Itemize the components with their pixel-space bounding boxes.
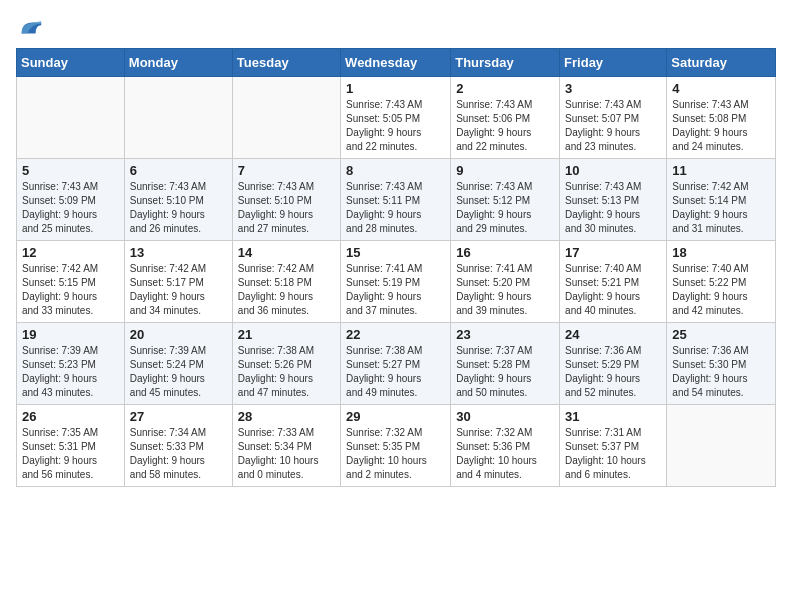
- day-info: Sunrise: 7:43 AM Sunset: 5:06 PM Dayligh…: [456, 98, 554, 154]
- calendar-cell: 17Sunrise: 7:40 AM Sunset: 5:21 PM Dayli…: [560, 241, 667, 323]
- day-header-wednesday: Wednesday: [341, 49, 451, 77]
- calendar-cell: 13Sunrise: 7:42 AM Sunset: 5:17 PM Dayli…: [124, 241, 232, 323]
- day-info: Sunrise: 7:43 AM Sunset: 5:13 PM Dayligh…: [565, 180, 661, 236]
- calendar-cell: 2Sunrise: 7:43 AM Sunset: 5:06 PM Daylig…: [451, 77, 560, 159]
- calendar-cell: [17, 77, 125, 159]
- day-info: Sunrise: 7:42 AM Sunset: 5:18 PM Dayligh…: [238, 262, 335, 318]
- day-info: Sunrise: 7:42 AM Sunset: 5:15 PM Dayligh…: [22, 262, 119, 318]
- calendar-cell: 6Sunrise: 7:43 AM Sunset: 5:10 PM Daylig…: [124, 159, 232, 241]
- day-header-saturday: Saturday: [667, 49, 776, 77]
- day-number: 17: [565, 245, 661, 260]
- day-info: Sunrise: 7:43 AM Sunset: 5:12 PM Dayligh…: [456, 180, 554, 236]
- calendar-cell: [667, 405, 776, 487]
- day-info: Sunrise: 7:40 AM Sunset: 5:22 PM Dayligh…: [672, 262, 770, 318]
- day-info: Sunrise: 7:43 AM Sunset: 5:08 PM Dayligh…: [672, 98, 770, 154]
- page: SundayMondayTuesdayWednesdayThursdayFrid…: [0, 0, 792, 497]
- day-info: Sunrise: 7:38 AM Sunset: 5:26 PM Dayligh…: [238, 344, 335, 400]
- calendar-cell: 27Sunrise: 7:34 AM Sunset: 5:33 PM Dayli…: [124, 405, 232, 487]
- day-number: 18: [672, 245, 770, 260]
- day-header-friday: Friday: [560, 49, 667, 77]
- day-number: 4: [672, 81, 770, 96]
- day-info: Sunrise: 7:32 AM Sunset: 5:36 PM Dayligh…: [456, 426, 554, 482]
- day-number: 1: [346, 81, 445, 96]
- header-row: SundayMondayTuesdayWednesdayThursdayFrid…: [17, 49, 776, 77]
- day-number: 2: [456, 81, 554, 96]
- calendar-cell: 26Sunrise: 7:35 AM Sunset: 5:31 PM Dayli…: [17, 405, 125, 487]
- day-info: Sunrise: 7:36 AM Sunset: 5:30 PM Dayligh…: [672, 344, 770, 400]
- day-number: 28: [238, 409, 335, 424]
- day-number: 24: [565, 327, 661, 342]
- day-number: 19: [22, 327, 119, 342]
- day-number: 9: [456, 163, 554, 178]
- calendar-cell: 5Sunrise: 7:43 AM Sunset: 5:09 PM Daylig…: [17, 159, 125, 241]
- calendar-cell: 31Sunrise: 7:31 AM Sunset: 5:37 PM Dayli…: [560, 405, 667, 487]
- day-info: Sunrise: 7:42 AM Sunset: 5:14 PM Dayligh…: [672, 180, 770, 236]
- day-header-tuesday: Tuesday: [232, 49, 340, 77]
- day-info: Sunrise: 7:40 AM Sunset: 5:21 PM Dayligh…: [565, 262, 661, 318]
- day-info: Sunrise: 7:35 AM Sunset: 5:31 PM Dayligh…: [22, 426, 119, 482]
- day-info: Sunrise: 7:43 AM Sunset: 5:10 PM Dayligh…: [238, 180, 335, 236]
- calendar-table: SundayMondayTuesdayWednesdayThursdayFrid…: [16, 48, 776, 487]
- calendar-week-4: 19Sunrise: 7:39 AM Sunset: 5:23 PM Dayli…: [17, 323, 776, 405]
- day-info: Sunrise: 7:31 AM Sunset: 5:37 PM Dayligh…: [565, 426, 661, 482]
- day-number: 3: [565, 81, 661, 96]
- day-number: 21: [238, 327, 335, 342]
- day-info: Sunrise: 7:43 AM Sunset: 5:10 PM Dayligh…: [130, 180, 227, 236]
- day-number: 31: [565, 409, 661, 424]
- calendar-cell: 1Sunrise: 7:43 AM Sunset: 5:05 PM Daylig…: [341, 77, 451, 159]
- calendar-cell: 19Sunrise: 7:39 AM Sunset: 5:23 PM Dayli…: [17, 323, 125, 405]
- day-info: Sunrise: 7:32 AM Sunset: 5:35 PM Dayligh…: [346, 426, 445, 482]
- day-info: Sunrise: 7:37 AM Sunset: 5:28 PM Dayligh…: [456, 344, 554, 400]
- day-number: 23: [456, 327, 554, 342]
- day-number: 13: [130, 245, 227, 260]
- day-info: Sunrise: 7:36 AM Sunset: 5:29 PM Dayligh…: [565, 344, 661, 400]
- day-info: Sunrise: 7:34 AM Sunset: 5:33 PM Dayligh…: [130, 426, 227, 482]
- day-info: Sunrise: 7:41 AM Sunset: 5:19 PM Dayligh…: [346, 262, 445, 318]
- day-number: 27: [130, 409, 227, 424]
- calendar-cell: 14Sunrise: 7:42 AM Sunset: 5:18 PM Dayli…: [232, 241, 340, 323]
- day-info: Sunrise: 7:43 AM Sunset: 5:09 PM Dayligh…: [22, 180, 119, 236]
- day-number: 8: [346, 163, 445, 178]
- day-number: 6: [130, 163, 227, 178]
- day-header-thursday: Thursday: [451, 49, 560, 77]
- calendar-cell: 9Sunrise: 7:43 AM Sunset: 5:12 PM Daylig…: [451, 159, 560, 241]
- calendar-cell: 30Sunrise: 7:32 AM Sunset: 5:36 PM Dayli…: [451, 405, 560, 487]
- calendar-week-5: 26Sunrise: 7:35 AM Sunset: 5:31 PM Dayli…: [17, 405, 776, 487]
- logo-icon: [16, 14, 44, 42]
- calendar-cell: 24Sunrise: 7:36 AM Sunset: 5:29 PM Dayli…: [560, 323, 667, 405]
- day-number: 30: [456, 409, 554, 424]
- calendar-cell: 23Sunrise: 7:37 AM Sunset: 5:28 PM Dayli…: [451, 323, 560, 405]
- calendar-cell: 22Sunrise: 7:38 AM Sunset: 5:27 PM Dayli…: [341, 323, 451, 405]
- calendar-week-2: 5Sunrise: 7:43 AM Sunset: 5:09 PM Daylig…: [17, 159, 776, 241]
- calendar-cell: 8Sunrise: 7:43 AM Sunset: 5:11 PM Daylig…: [341, 159, 451, 241]
- day-number: 15: [346, 245, 445, 260]
- calendar-cell: 25Sunrise: 7:36 AM Sunset: 5:30 PM Dayli…: [667, 323, 776, 405]
- day-header-monday: Monday: [124, 49, 232, 77]
- calendar-cell: 4Sunrise: 7:43 AM Sunset: 5:08 PM Daylig…: [667, 77, 776, 159]
- day-number: 10: [565, 163, 661, 178]
- day-number: 22: [346, 327, 445, 342]
- day-info: Sunrise: 7:43 AM Sunset: 5:07 PM Dayligh…: [565, 98, 661, 154]
- day-number: 7: [238, 163, 335, 178]
- day-info: Sunrise: 7:43 AM Sunset: 5:05 PM Dayligh…: [346, 98, 445, 154]
- calendar-cell: 16Sunrise: 7:41 AM Sunset: 5:20 PM Dayli…: [451, 241, 560, 323]
- calendar-cell: 3Sunrise: 7:43 AM Sunset: 5:07 PM Daylig…: [560, 77, 667, 159]
- calendar-cell: 28Sunrise: 7:33 AM Sunset: 5:34 PM Dayli…: [232, 405, 340, 487]
- logo-area: [16, 10, 48, 42]
- day-number: 25: [672, 327, 770, 342]
- calendar-cell: 21Sunrise: 7:38 AM Sunset: 5:26 PM Dayli…: [232, 323, 340, 405]
- calendar-cell: [232, 77, 340, 159]
- day-info: Sunrise: 7:43 AM Sunset: 5:11 PM Dayligh…: [346, 180, 445, 236]
- calendar-week-1: 1Sunrise: 7:43 AM Sunset: 5:05 PM Daylig…: [17, 77, 776, 159]
- day-number: 29: [346, 409, 445, 424]
- day-info: Sunrise: 7:42 AM Sunset: 5:17 PM Dayligh…: [130, 262, 227, 318]
- calendar-cell: 29Sunrise: 7:32 AM Sunset: 5:35 PM Dayli…: [341, 405, 451, 487]
- calendar-cell: 12Sunrise: 7:42 AM Sunset: 5:15 PM Dayli…: [17, 241, 125, 323]
- day-header-sunday: Sunday: [17, 49, 125, 77]
- day-number: 11: [672, 163, 770, 178]
- day-number: 26: [22, 409, 119, 424]
- day-info: Sunrise: 7:33 AM Sunset: 5:34 PM Dayligh…: [238, 426, 335, 482]
- calendar-cell: [124, 77, 232, 159]
- day-info: Sunrise: 7:39 AM Sunset: 5:23 PM Dayligh…: [22, 344, 119, 400]
- calendar-cell: 18Sunrise: 7:40 AM Sunset: 5:22 PM Dayli…: [667, 241, 776, 323]
